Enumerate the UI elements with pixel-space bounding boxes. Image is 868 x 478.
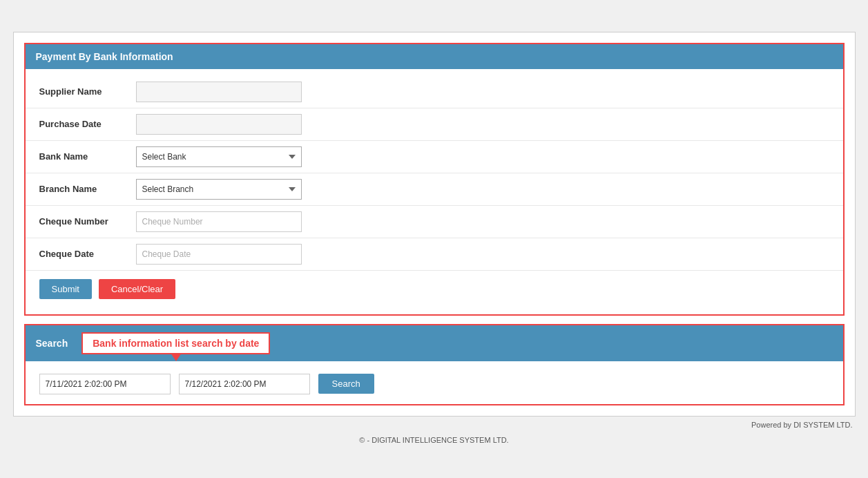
footer-copyright: © - DIGITAL INTELLIGENCE SYSTEM LTD. [359, 436, 508, 444]
cheque-number-label: Cheque Number [39, 216, 136, 227]
date-section: Search [39, 374, 374, 394]
cheque-number-input[interactable] [136, 211, 302, 232]
payment-form-card: Payment By Bank Information Supplier Nam… [24, 43, 845, 316]
cancel-button[interactable]: Cancel/Clear [99, 279, 175, 299]
bank-name-label: Bank Name [39, 151, 136, 162]
bank-name-select[interactable]: Select Bank [136, 146, 302, 167]
purchase-date-row: Purchase Date [26, 108, 843, 141]
purchase-date-label: Purchase Date [39, 119, 136, 129]
cheque-date-label: Cheque Date [39, 249, 136, 259]
form-body: Supplier Name Purchase Date Bank Name Se… [26, 69, 843, 314]
search-header-label: Search [36, 338, 68, 349]
powered-by-text: Powered by DI SYSTEM LTD. [751, 421, 853, 429]
search-tooltip-box: Bank information list search by date [81, 332, 270, 354]
purchase-date-input[interactable] [136, 114, 302, 135]
branch-name-label: Branch Name [39, 184, 136, 194]
supplier-name-row: Supplier Name [26, 76, 843, 108]
cheque-date-input[interactable] [136, 244, 302, 265]
branch-name-select[interactable]: Select Branch [136, 179, 302, 200]
date-from-input[interactable] [39, 374, 171, 394]
form-card-title: Payment By Bank Information [36, 51, 173, 62]
cheque-number-row: Cheque Number [26, 206, 843, 238]
footer: Powered by DI SYSTEM LTD. [13, 417, 856, 433]
supplier-name-input[interactable] [136, 82, 302, 102]
form-buttons-row: Submit Cancel/Clear [26, 271, 843, 307]
search-card: Search Bank information list search by d… [24, 324, 845, 405]
form-card-header: Payment By Bank Information [26, 44, 843, 69]
date-to-input[interactable] [179, 374, 310, 394]
search-body: Search [26, 361, 843, 404]
search-button[interactable]: Search [318, 374, 374, 394]
submit-button[interactable]: Submit [39, 279, 92, 299]
search-tooltip-text: Bank information list search by date [93, 338, 259, 349]
cheque-date-row: Cheque Date [26, 238, 843, 271]
search-card-header: Search Bank information list search by d… [26, 325, 843, 361]
supplier-name-label: Supplier Name [39, 86, 136, 97]
branch-name-row: Branch Name Select Branch [26, 173, 843, 206]
bank-name-row: Bank Name Select Bank [26, 141, 843, 173]
